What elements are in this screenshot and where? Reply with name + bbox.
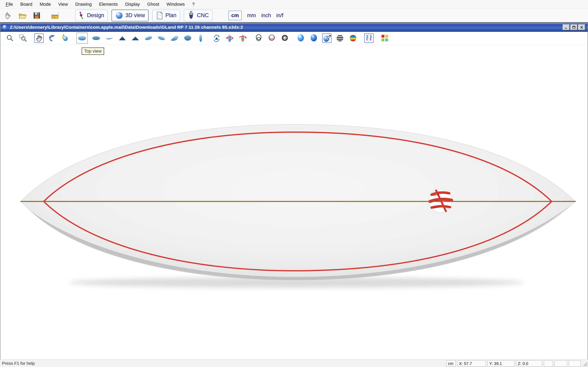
document-title: Z:\Users\dennery\Library\Containers\com.… (10, 25, 563, 30)
render-design-icon[interactable] (322, 33, 332, 43)
status-bar: Press F1 for help cm X: 57.7 Y: 39.1 Z: … (0, 359, 588, 367)
minimize-icon (564, 26, 568, 29)
resize-grip[interactable] (582, 361, 588, 367)
menu-windows[interactable]: Windows (167, 2, 185, 7)
zoom-icon[interactable] (5, 33, 15, 43)
document-window: Z:\Users\dennery\Library\Containers\com.… (0, 23, 588, 359)
menu-elements[interactable]: Elements (99, 2, 118, 7)
outline-view-icon[interactable] (196, 33, 205, 43)
app-sphere-icon (2, 25, 8, 30)
view-toolbar (0, 32, 588, 44)
close-icon (580, 26, 584, 29)
plan-button-label: Plan (165, 12, 176, 18)
perspective-nose-icon[interactable] (170, 33, 179, 43)
cnc-button-label: CNC (197, 12, 209, 18)
maximize-button[interactable] (571, 25, 577, 30)
minimize-button[interactable] (563, 25, 570, 30)
menu-help[interactable]: ? (192, 2, 195, 7)
status-help-text: Press F1 for help (2, 361, 35, 366)
mesh-icon[interactable] (280, 33, 290, 43)
menu-ghost[interactable]: Ghost (147, 2, 159, 7)
menu-display[interactable]: Display (125, 2, 140, 7)
sphere-stripes-icon[interactable] (335, 33, 345, 43)
tooltip: Top view (82, 48, 104, 55)
menu-mode[interactable]: Mode (40, 2, 51, 7)
status-x-coordinate: X: 57.7 (457, 360, 486, 367)
unit-inch[interactable]: inch (261, 12, 271, 18)
pan-icon[interactable] (34, 33, 44, 43)
sphere-icon (115, 11, 123, 20)
side-view-icon[interactable] (104, 33, 114, 43)
status-y-coordinate: Y: 39.1 (488, 360, 515, 367)
unit-selector: cm mm inch in/f (228, 11, 283, 20)
sphere-smooth-icon[interactable] (296, 33, 305, 43)
tail-view-icon[interactable] (131, 33, 140, 43)
3d-view-button-label: 3D view (125, 12, 145, 18)
bottom-view-icon[interactable] (91, 33, 101, 43)
status-spare-2 (554, 360, 567, 367)
design-button-label: Design (87, 12, 104, 18)
measure-icon[interactable]: 1 2 (51, 11, 61, 20)
cnc-button[interactable]: CNC (184, 9, 213, 21)
status-z-coordinate: Z: 0.0 (516, 360, 542, 367)
menu-file[interactable]: File (6, 2, 13, 7)
cnc-bit-icon (187, 11, 195, 20)
unit-cm[interactable]: cm (228, 11, 242, 20)
menu-board[interactable]: Board (20, 2, 32, 7)
status-spare-3 (569, 360, 581, 367)
3d-view-button[interactable]: 3D view (112, 9, 149, 21)
zoom-window-icon[interactable] (18, 33, 28, 43)
perspective-left-icon[interactable] (144, 33, 153, 43)
menu-view[interactable]: View (58, 2, 68, 7)
color-squares-icon[interactable] (380, 33, 389, 43)
svg-text:1 2: 1 2 (53, 16, 55, 18)
unit-inf[interactable]: in/f (276, 12, 283, 18)
close-button[interactable] (578, 25, 585, 30)
sphere-rainbow-icon[interactable] (348, 33, 358, 43)
rotate-view-icon[interactable] (47, 33, 57, 43)
unit-mm[interactable]: mm (247, 12, 256, 18)
open-folder-icon[interactable] (17, 11, 27, 20)
logo-decal (429, 189, 452, 213)
light-icon[interactable] (61, 33, 70, 43)
status-spare-1 (544, 360, 553, 367)
3d-viewport[interactable]: Top view (0, 44, 588, 359)
wireframe-icon[interactable] (254, 33, 263, 43)
menu-bar: File Board Mode View Drawing Elements Di… (0, 0, 588, 8)
slices-icon[interactable] (267, 33, 277, 43)
save-icon[interactable] (32, 11, 42, 20)
document-title-bar[interactable]: Z:\Users\dennery\Library\Containers\com.… (0, 23, 588, 32)
pointer-hand-icon[interactable] (3, 11, 13, 20)
flip-board-icon[interactable] (238, 33, 247, 43)
perspective-right-icon[interactable] (157, 33, 166, 43)
window-controls (563, 25, 585, 30)
application-window: File Board Mode View Drawing Elements Di… (0, 0, 588, 367)
maximize-icon (572, 26, 576, 29)
menu-drawing[interactable]: Drawing (75, 2, 92, 7)
sphere-shaded-icon[interactable] (309, 33, 319, 43)
top-view-icon[interactable] (76, 33, 88, 44)
mode-buttons: Design 3D view Plan (75, 9, 213, 21)
plan-button[interactable]: Plan (152, 9, 180, 21)
design-button[interactable]: Design (75, 9, 108, 21)
surfboard-top-view (0, 44, 588, 359)
rotate-board-icon[interactable] (225, 33, 234, 43)
status-unit: cm (446, 360, 456, 367)
main-toolbar: 1 2 Design 3D view (0, 8, 588, 23)
flow-lines-icon[interactable] (364, 33, 374, 43)
design-nodes-icon (79, 12, 85, 19)
nose-view-icon[interactable] (118, 33, 127, 43)
plan-sheet-icon (156, 11, 163, 20)
spin-view-icon[interactable] (212, 33, 221, 43)
perspective-tail-icon[interactable] (183, 33, 192, 43)
